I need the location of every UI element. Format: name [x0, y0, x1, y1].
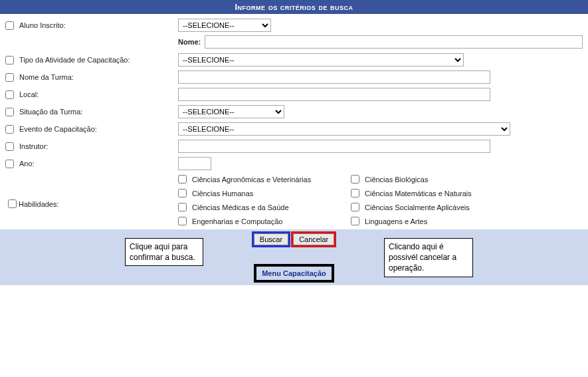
- page-header: Informe os critérios de busca: [0, 0, 588, 14]
- input-instrutor[interactable]: [178, 140, 490, 153]
- row-tipo-atividade: Tipo da Atividade de Capacitação: --SELE…: [5, 53, 583, 67]
- label-habilidades: Habilidades:: [19, 200, 59, 208]
- check-aluno-inscrito[interactable]: [5, 21, 14, 30]
- select-situacao[interactable]: --SELECIONE--: [178, 105, 284, 118]
- skill-item: Ciências Humanas: [178, 189, 344, 197]
- check-skill-2[interactable]: [178, 189, 187, 197]
- skill-label: Engenharias e Computação: [192, 217, 282, 225]
- label-aluno-inscrito: Aluno Inscrito:: [19, 21, 66, 29]
- callout-search-text: Clique aqui para confirmar a busca.: [130, 242, 195, 262]
- skill-item: Linguagens e Artes: [351, 217, 524, 225]
- row-situacao: Situação da Turma: --SELECIONE--: [5, 104, 583, 119]
- label-tipo-atividade: Tipo da Atividade de Capacitação:: [19, 56, 130, 64]
- label-ano: Ano:: [19, 160, 35, 168]
- check-skill-3[interactable]: [351, 189, 359, 197]
- callout-cancel-text: Clicando aqui é possivél cancelar a oper…: [389, 242, 456, 273]
- check-skill-4[interactable]: [178, 203, 187, 211]
- check-skill-7[interactable]: [351, 217, 359, 225]
- check-evento[interactable]: [5, 125, 14, 134]
- check-habilidades[interactable]: [8, 199, 17, 208]
- skill-item: Ciências Médicas e da Saúde: [178, 203, 344, 211]
- label-instrutor: Instrutor:: [19, 142, 48, 150]
- row-nome: Nome:: [178, 35, 583, 49]
- skill-item: Ciências Agronômicas e Veterinárias: [178, 175, 344, 184]
- row-nome-turma: Nome da Turma:: [5, 70, 583, 84]
- row-ano: Ano:: [5, 156, 583, 171]
- skill-item: Ciências Socialmente Aplicáveis: [351, 203, 524, 211]
- label-nome-turma: Nome da Turma:: [19, 73, 74, 81]
- input-nome-turma[interactable]: [178, 70, 490, 84]
- skill-label: Ciências Biológicas: [365, 176, 428, 184]
- label-nome: Nome:: [178, 38, 201, 46]
- skill-label: Ciências Humanas: [192, 189, 253, 197]
- callout-search: Clique aqui para confirmar a busca.: [125, 238, 203, 266]
- check-tipo-atividade[interactable]: [5, 56, 14, 64]
- callout-cancel: Clicando aqui é possivél cancelar a oper…: [384, 238, 473, 277]
- skill-label: Ciências Agronômicas e Veterinárias: [192, 176, 311, 184]
- check-nome-turma[interactable]: [5, 73, 14, 82]
- check-ano[interactable]: [5, 160, 14, 168]
- skills-grid: Ciências Agronômicas e Veterinárias Ciên…: [178, 175, 524, 228]
- skill-label: Ciências Médicas e da Saúde: [192, 203, 289, 211]
- row-aluno-inscrito: Aluno Inscrito: --SELECIONE--: [5, 18, 583, 33]
- skill-label: Ciências Socialmente Aplicáveis: [365, 203, 470, 211]
- menu-capacitacao-link[interactable]: Menu Capacitação: [258, 268, 330, 279]
- check-instrutor[interactable]: [5, 142, 14, 151]
- input-nome: [205, 35, 583, 49]
- check-skill-5[interactable]: [351, 203, 359, 211]
- label-local: Local:: [19, 90, 39, 98]
- select-tipo-atividade[interactable]: --SELECIONE--: [178, 53, 464, 66]
- page-title: Informe os critérios de busca: [235, 2, 353, 12]
- check-skill-0[interactable]: [178, 175, 187, 184]
- row-evento: Evento de Capacitação: --SELECIONE--: [5, 122, 583, 136]
- cancel-button[interactable]: Cancelar: [293, 233, 334, 245]
- input-local[interactable]: [178, 88, 490, 101]
- skill-item: Ciências Matemáticas e Naturais: [351, 189, 524, 197]
- skill-item: Engenharias e Computação: [178, 217, 344, 225]
- check-local[interactable]: [5, 90, 14, 99]
- skill-item: Ciências Biológicas: [351, 175, 524, 184]
- select-aluno-inscrito[interactable]: --SELECIONE--: [178, 19, 271, 32]
- input-ano[interactable]: [178, 157, 211, 170]
- check-skill-1[interactable]: [351, 175, 359, 184]
- label-situacao: Situação da Turma:: [19, 108, 82, 116]
- label-evento: Evento de Capacitação:: [19, 125, 97, 133]
- row-habilidades: Habilidades: Ciências Agronômicas e Vete…: [5, 175, 583, 228]
- search-form: Aluno Inscrito: --SELECIONE-- Nome: Tipo…: [0, 14, 588, 229]
- row-instrutor: Instrutor:: [5, 139, 583, 154]
- button-bar: Buscar Cancelar Menu Capacitação: [0, 229, 588, 285]
- check-situacao[interactable]: [5, 108, 14, 116]
- row-local: Local:: [5, 87, 583, 102]
- select-evento[interactable]: --SELECIONE--: [178, 122, 510, 136]
- search-button[interactable]: Buscar: [254, 233, 288, 245]
- skill-label: Ciências Matemáticas e Naturais: [365, 189, 472, 197]
- check-skill-6[interactable]: [178, 217, 187, 225]
- skill-label: Linguagens e Artes: [365, 217, 427, 225]
